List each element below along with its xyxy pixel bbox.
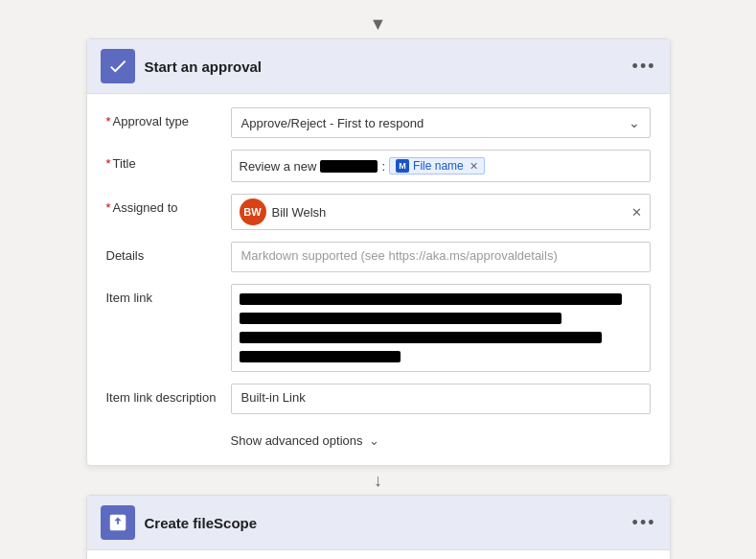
assigned-to-label: Assigned to	[106, 194, 231, 215]
assignee-avatar: BW	[240, 198, 266, 225]
item-link-label: Item link	[106, 284, 231, 305]
middle-connector-arrow: ↓	[374, 466, 382, 495]
token-close-icon[interactable]: ✕	[470, 160, 478, 173]
item-link-redacted-2	[240, 313, 561, 324]
advanced-chevron-icon: ⌄	[369, 433, 379, 448]
details-row: Details Markdown supported (see https://…	[106, 242, 651, 272]
file-name-token[interactable]: File name ✕	[389, 157, 485, 175]
item-link-field[interactable]	[231, 284, 651, 372]
item-link-redacted-1	[240, 293, 622, 305]
title-prefix-text: Review a new	[240, 159, 317, 174]
title-redacted-1	[320, 160, 378, 173]
approval-type-value: Approve/Reject - First to respond	[241, 116, 424, 130]
approval-type-select[interactable]: Approve/Reject - First to respond ⌄	[231, 107, 651, 138]
filescope-card-title: Create fileScope	[145, 515, 632, 531]
filescope-card-menu[interactable]: •••	[632, 513, 656, 533]
assigned-to-row: Assigned to BW Bill Welsh ✕	[106, 194, 651, 230]
details-label: Details	[106, 242, 231, 263]
item-link-redacted-3	[240, 332, 602, 343]
show-advanced-label: Show advanced options	[231, 433, 363, 448]
details-field[interactable]: Markdown supported (see https://aka.ms/a…	[231, 242, 651, 272]
approval-type-label: Approval type	[106, 107, 231, 128]
assigned-to-field[interactable]: BW Bill Welsh ✕	[231, 194, 651, 230]
approval-header-icon	[101, 49, 135, 83]
filescope-card: Create fileScope ••• Response ✕ is equal…	[86, 495, 671, 559]
item-link-description-value: Built-in Link	[241, 390, 306, 405]
title-field[interactable]: Review a new : File name ✕	[231, 150, 651, 182]
filescope-icon	[107, 512, 128, 533]
token-office-icon	[396, 159, 409, 173]
title-label: Title	[106, 150, 231, 171]
assignee-name: Bill Welsh	[272, 205, 626, 220]
approval-card-header: Start an approval •••	[87, 39, 670, 94]
item-link-row: Item link	[106, 284, 651, 372]
approval-card-body: Approval type Approve/Reject - First to …	[87, 94, 670, 465]
item-link-description-field[interactable]: Built-in Link	[231, 384, 651, 414]
token-label: File name	[413, 159, 464, 173]
details-placeholder: Markdown supported (see https://aka.ms/a…	[241, 248, 558, 263]
approval-type-chevron-icon: ⌄	[629, 115, 640, 130]
approval-icon	[107, 56, 128, 77]
condition-row: Response ✕ is equal to ⌄ Approve	[87, 550, 670, 559]
title-colon: :	[381, 159, 385, 174]
item-link-description-label: Item link description	[106, 384, 231, 405]
assignee-remove-icon[interactable]: ✕	[631, 205, 642, 220]
approval-card-menu[interactable]: •••	[632, 57, 656, 77]
item-link-description-row: Item link description Built-in Link	[106, 384, 651, 414]
top-connector-arrow: ▼	[370, 10, 387, 38]
approval-card: Start an approval ••• Approval type Appr…	[86, 38, 671, 466]
filescope-card-header: Create fileScope •••	[87, 496, 670, 550]
item-link-redacted-4	[240, 351, 401, 362]
show-advanced-options[interactable]: Show advanced options ⌄	[231, 426, 651, 452]
approval-card-title: Start an approval	[145, 58, 632, 75]
title-row: Title Review a new : File name ✕	[106, 150, 651, 182]
approval-type-row: Approval type Approve/Reject - First to …	[106, 107, 651, 138]
filescope-header-icon-wrapper	[101, 505, 135, 540]
